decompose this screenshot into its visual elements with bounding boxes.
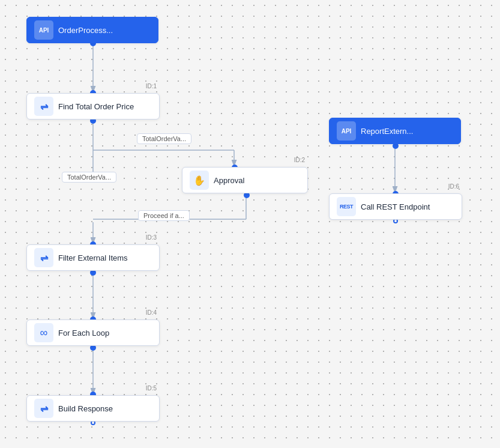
report-node-icon: API bbox=[337, 121, 356, 141]
n4-label: For Each Loop bbox=[58, 328, 109, 338]
report-node-label: ReportExtern... bbox=[361, 127, 413, 136]
n5-icon: ⇌ bbox=[34, 399, 53, 418]
node-id-3: ID:3 bbox=[146, 234, 157, 241]
start-node-icon: API bbox=[34, 20, 53, 40]
report-extern-node[interactable]: API ReportExtern... bbox=[329, 118, 461, 144]
build-response-node[interactable]: ID:5 ⇌ Build Response bbox=[26, 395, 160, 422]
n6-icon: REST bbox=[337, 197, 356, 216]
find-total-order-price-node[interactable]: ID:1 ⇌ Find Total Order Price bbox=[26, 93, 160, 120]
node-id-2: ID:2 bbox=[294, 157, 305, 163]
edge-label-totalorderva-2: TotalOrderVa... bbox=[62, 172, 116, 183]
n2-icon: ✋ bbox=[190, 171, 209, 190]
n6-label: Call REST Endpoint bbox=[361, 202, 430, 211]
filter-external-items-node[interactable]: ID:3 ⇌ Filter External Items bbox=[26, 244, 160, 271]
call-rest-endpoint-node[interactable]: ID:6 REST Call REST Endpoint bbox=[329, 193, 462, 220]
node-id-6: ID:6 bbox=[448, 183, 459, 190]
n1-label: Find Total Order Price bbox=[58, 102, 134, 111]
start-node[interactable]: API OrderProcess... bbox=[26, 17, 158, 43]
n1-icon: ⇌ bbox=[34, 97, 53, 116]
for-each-loop-node[interactable]: ID:4 ∞ For Each Loop bbox=[26, 319, 160, 346]
n3-label: Filter External Items bbox=[58, 253, 128, 262]
start-node-label: OrderProcess... bbox=[58, 26, 113, 35]
n2-label: Approval bbox=[214, 176, 244, 185]
node-id-4: ID:4 bbox=[146, 309, 157, 316]
node-id-5: ID:5 bbox=[146, 385, 157, 392]
edge-label-totalorderva-1: TotalOrderVa... bbox=[137, 133, 191, 144]
node-id-1: ID:1 bbox=[146, 83, 157, 89]
n5-label: Build Response bbox=[58, 404, 113, 413]
n3-icon: ⇌ bbox=[34, 248, 53, 267]
edge-label-proceed: Proceed if a... bbox=[138, 210, 190, 221]
approval-node[interactable]: ID:2 ✋ Approval bbox=[182, 167, 308, 193]
n4-icon: ∞ bbox=[34, 323, 53, 342]
